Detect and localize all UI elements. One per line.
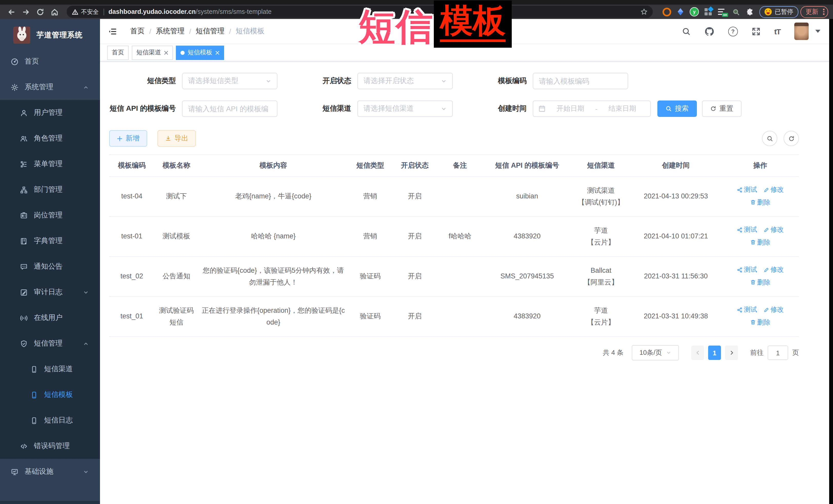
- bookmark-star-icon[interactable]: [640, 8, 648, 16]
- url-host: dashboard.yudao.iocoder.cn: [109, 8, 196, 16]
- app-logo[interactable]: 芋道管理系统: [0, 19, 100, 48]
- sidebar-item-sms-log[interactable]: 短信日志: [0, 408, 100, 433]
- extension-list-on-icon[interactable]: on: [717, 7, 727, 17]
- test-link[interactable]: 测试: [737, 224, 757, 235]
- phone-icon: [30, 391, 38, 399]
- phone-icon: [30, 416, 38, 424]
- close-icon[interactable]: [215, 50, 219, 55]
- api-template-id-input[interactable]: [182, 100, 278, 117]
- goto-page-input[interactable]: [768, 345, 788, 360]
- test-link[interactable]: 测试: [737, 264, 757, 275]
- chevron-down-icon: [83, 469, 89, 475]
- extension-gem-icon[interactable]: [676, 7, 685, 17]
- prev-page-button[interactable]: [691, 345, 704, 360]
- sidebar-item-posts[interactable]: 岗位管理: [0, 202, 100, 228]
- security-label[interactable]: 不安全: [81, 8, 99, 16]
- app-title: 芋道管理系统: [37, 30, 82, 40]
- extension-grid-icon[interactable]: [704, 7, 713, 17]
- fullscreen-icon[interactable]: [752, 27, 760, 35]
- tree-list-icon: [20, 160, 28, 168]
- extension-spy-icon[interactable]: [731, 7, 740, 17]
- help-icon[interactable]: ?: [728, 26, 738, 36]
- delete-link[interactable]: 删除: [750, 277, 770, 288]
- sidebar-item-menus[interactable]: 菜单管理: [0, 151, 100, 177]
- sidebar-item-online-users[interactable]: 在线用户: [0, 305, 100, 331]
- header-search-icon[interactable]: [682, 27, 691, 35]
- next-page-button[interactable]: [725, 345, 738, 360]
- table-row: test-01 测试模板 哈哈哈 {name} 营销 开启 f哈哈哈 43839…: [109, 217, 799, 257]
- sms-type-select[interactable]: 请选择短信类型: [182, 73, 278, 89]
- status-select[interactable]: 请选择开启状态: [357, 73, 453, 89]
- breadcrumb-home[interactable]: 首页: [130, 27, 145, 36]
- profile-paused-pill[interactable]: 已暂停: [759, 6, 799, 18]
- breadcrumb-sms[interactable]: 短信管理: [196, 27, 224, 36]
- export-button[interactable]: 导出: [158, 130, 196, 147]
- create-time-label: 创建时间: [498, 104, 533, 113]
- edit-link[interactable]: 修改: [763, 184, 784, 195]
- goto-unit: 页: [792, 348, 799, 357]
- sidebar-item-home[interactable]: 首页: [0, 49, 100, 74]
- avatar-caret-icon[interactable]: [815, 30, 820, 33]
- sidebar-item-sms-channel[interactable]: 短信渠道: [0, 356, 100, 382]
- sidebar-item-error-codes[interactable]: 错误码管理: [0, 433, 100, 459]
- phone-icon: [30, 365, 38, 373]
- github-icon[interactable]: [705, 26, 714, 36]
- sms-type-label: 短信类型: [109, 76, 182, 86]
- browser-reload-icon[interactable]: [34, 6, 46, 18]
- browser-forward-icon[interactable]: [20, 6, 32, 18]
- avatar[interactable]: [794, 23, 809, 40]
- add-button[interactable]: 新增: [109, 130, 147, 147]
- sidebar-item-departments[interactable]: 部门管理: [0, 177, 100, 202]
- edit-link[interactable]: 修改: [763, 264, 784, 275]
- page-number-1[interactable]: 1: [708, 345, 721, 360]
- edit-link[interactable]: 修改: [763, 304, 784, 315]
- breadcrumb: 首页 / 系统管理 / 短信管理 / 短信模板: [130, 27, 264, 36]
- browser-menu-icon[interactable]: [823, 9, 824, 15]
- reset-button[interactable]: 重置: [702, 100, 741, 117]
- sidebar-item-infrastructure[interactable]: 基础设施: [0, 459, 100, 484]
- delete-link[interactable]: 删除: [750, 197, 770, 208]
- address-bar[interactable]: 不安全 dashboard.yudao.iocoder.cn/system/sm…: [67, 6, 653, 18]
- close-icon[interactable]: [164, 50, 168, 55]
- chevron-down-icon: [266, 78, 271, 84]
- total-count: 共 4 条: [603, 348, 623, 357]
- create-time-range-picker[interactable]: 开始日期 - 结束日期: [533, 100, 651, 117]
- sidebar-item-audit-log[interactable]: 审计日志: [0, 280, 100, 305]
- sidebar-item-sms[interactable]: 短信管理: [0, 331, 100, 356]
- sidebar-item-dictionary[interactable]: 字典管理: [0, 228, 100, 254]
- sidebar: 芋道管理系统 首页 系统管理 用户管理 角色管理: [0, 19, 100, 504]
- edit-link[interactable]: 修改: [763, 224, 784, 235]
- delete-link[interactable]: 删除: [750, 237, 770, 248]
- toggle-search-icon[interactable]: [762, 131, 777, 146]
- col-channel: 短信渠道: [572, 154, 630, 177]
- sidebar-collapse-icon[interactable]: [105, 25, 119, 38]
- refresh-table-icon[interactable]: [784, 131, 799, 146]
- page-size-select[interactable]: 10条/页: [632, 345, 679, 360]
- search-button[interactable]: 搜索: [658, 100, 697, 117]
- chrome-update-button[interactable]: 更新: [801, 6, 828, 18]
- delete-link[interactable]: 删除: [750, 317, 770, 328]
- test-link[interactable]: 测试: [737, 184, 757, 195]
- sidebar-item-users[interactable]: 用户管理: [0, 100, 100, 126]
- font-size-icon[interactable]: tT: [774, 27, 781, 35]
- browser-chrome: 不安全 dashboard.yudao.iocoder.cn/system/sm…: [0, 0, 833, 19]
- sidebar-item-roles[interactable]: 角色管理: [0, 126, 100, 151]
- breadcrumb-system[interactable]: 系统管理: [156, 27, 185, 36]
- col-status: 开启状态: [392, 154, 437, 177]
- template-code-input[interactable]: [533, 73, 628, 89]
- channel-select[interactable]: 请选择短信渠道: [357, 100, 453, 117]
- browser-back-icon[interactable]: [5, 6, 18, 18]
- tag-home[interactable]: 首页: [107, 45, 129, 60]
- broadcast-icon: [20, 314, 28, 322]
- test-link[interactable]: 测试: [737, 304, 757, 315]
- sidebar-item-sms-template[interactable]: 短信模板: [0, 382, 100, 408]
- sidebar-item-system[interactable]: 系统管理: [0, 74, 100, 100]
- extension-y-icon[interactable]: y: [690, 7, 699, 17]
- extensions-puzzle-icon[interactable]: [745, 7, 754, 17]
- browser-home-icon[interactable]: [48, 6, 61, 18]
- code-icon: [20, 442, 28, 450]
- extension-donut-icon[interactable]: [662, 7, 671, 17]
- tag-sms-template[interactable]: 短信模板: [176, 45, 224, 60]
- tag-sms-channel[interactable]: 短信渠道: [132, 45, 173, 60]
- sidebar-item-notices[interactable]: 通知公告: [0, 254, 100, 280]
